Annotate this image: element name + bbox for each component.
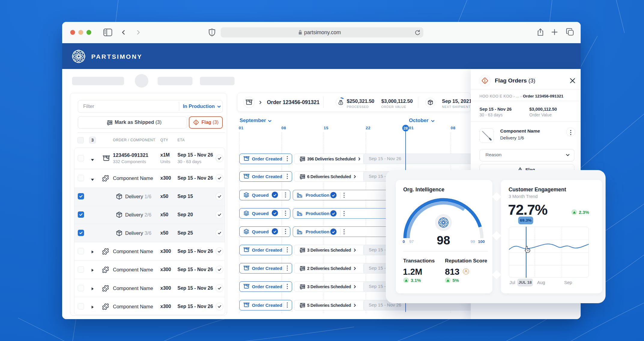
svg-text:$: $ (340, 102, 342, 104)
